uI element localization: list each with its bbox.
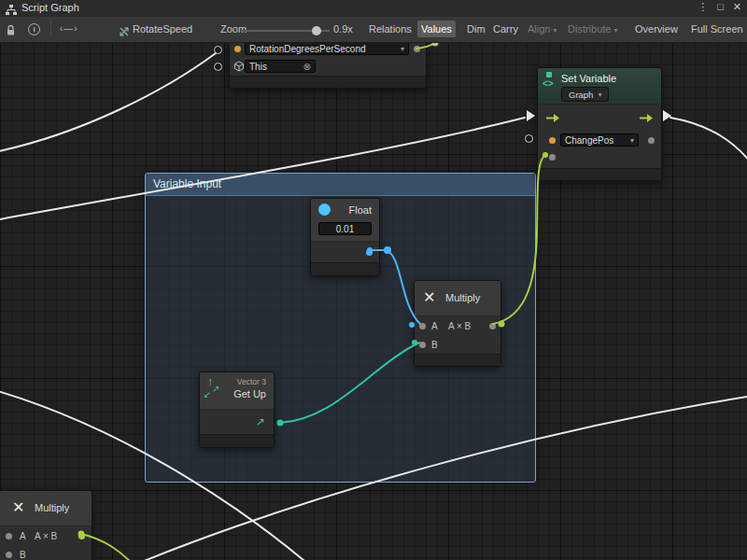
output-port-result[interactable] [78, 533, 85, 539]
port-a-label: A [431, 321, 438, 331]
distribute-button[interactable]: Distribute ▾ [564, 21, 622, 37]
value-input-port[interactable] [549, 154, 556, 161]
float-header: Float [311, 199, 379, 221]
float-value-row: 0.01 [311, 221, 379, 242]
output-port[interactable] [648, 137, 655, 144]
flow-out-arrow-icon[interactable] [639, 113, 654, 125]
node-float-literal[interactable]: Float 0.01 [310, 198, 380, 276]
variable-port[interactable] [549, 137, 556, 144]
variable-select-row: ChangePos ▾ [538, 131, 661, 150]
relations-button[interactable]: Relations [365, 21, 416, 37]
script-graph-window: Variable Input RotationDegreesPerSecond … [0, 0, 747, 560]
port-b-label: B [20, 550, 26, 560]
caret-down-icon: ▾ [554, 26, 557, 35]
variable-name-value: RotationDegreesPerSecond [249, 44, 366, 54]
port-row-b: B [415, 335, 500, 354]
window-title: Script Graph [21, 2, 79, 13]
caret-down-icon: ▾ [598, 91, 601, 99]
zoom-slider-handle[interactable] [312, 26, 321, 35]
output-port-result[interactable] [489, 323, 496, 329]
caret-down-icon: ▾ [614, 26, 618, 35]
node-title: Float [349, 204, 372, 216]
align-button[interactable]: Align ▾ [524, 21, 561, 37]
scope-dropdown[interactable]: Graph ▾ [561, 87, 609, 102]
flow-out-triangle[interactable] [663, 110, 671, 121]
port-a-label: A [20, 531, 26, 541]
node-title: Multiply [445, 292, 480, 303]
unconnected-port[interactable] [214, 46, 222, 54]
values-button[interactable]: Values [417, 21, 456, 37]
port-row-a: A A × B [415, 316, 500, 335]
lock-icon[interactable] [6, 23, 16, 40]
unconnected-port[interactable] [214, 63, 222, 71]
port-b-label: B [431, 340, 438, 350]
zoom-slider[interactable] [241, 26, 330, 35]
float-value-input[interactable]: 0.01 [318, 222, 372, 235]
node-get-variable[interactable]: RotationDegreesPerSecond ▾ This ⊗ [229, 40, 427, 89]
overview-button[interactable]: Overview [631, 21, 682, 37]
info-icon[interactable]: i [28, 23, 40, 35]
group-header[interactable]: Variable Input [146, 174, 535, 196]
port-row-b: B [0, 545, 92, 560]
node-footer [200, 434, 274, 447]
multiply-icon: ✕ [12, 498, 24, 516]
target-self-value: This [249, 62, 267, 72]
float-value: 0.01 [336, 224, 354, 234]
scope-value: Graph [569, 90, 593, 100]
code-toggle-icon[interactable]: ‹―› [60, 23, 78, 34]
target-picker-icon[interactable]: ⊗ [303, 62, 311, 72]
unconnected-port[interactable] [525, 134, 533, 143]
flow-row [538, 105, 661, 131]
caret-down-icon: ▾ [401, 45, 404, 53]
port-row-a: A A × B [0, 526, 92, 545]
node-get-up[interactable]: ↑ ↙ ↗ Vector 3 Get Up ↗ [199, 371, 275, 448]
input-port-b[interactable] [6, 552, 12, 558]
variable-name-dropdown[interactable]: RotationDegreesPerSecond ▾ [245, 42, 409, 55]
graph-name: RotateSpeed [133, 23, 192, 35]
window-menu-icon[interactable]: ⋮ [698, 1, 708, 13]
graph-toolbar: i ‹―› RotateSpeed Zoom 0.9x Relations Va… [0, 17, 747, 43]
node-footer [311, 262, 379, 275]
multiply-icon: ✕ [423, 288, 435, 306]
vector-axis-sw-icon: ↙ [204, 389, 211, 399]
carry-button[interactable]: Carry [489, 21, 522, 37]
variable-name-dropdown[interactable]: ChangePos ▾ [560, 133, 639, 147]
flow-in-triangle[interactable] [527, 110, 535, 121]
value-port[interactable] [234, 46, 241, 52]
flow-in-arrow-icon[interactable] [545, 113, 560, 125]
dim-button[interactable]: Dim [463, 21, 489, 37]
node-footer [538, 168, 661, 180]
input-port-a[interactable] [419, 323, 426, 329]
vector-output-icon[interactable]: ↗ [256, 415, 265, 428]
set-variable-header: <> Set Variable Graph ▾ [538, 68, 661, 105]
node-title: Multiply [35, 502, 69, 513]
get-up-body: ↗ [200, 410, 274, 434]
multiply-header: ✕ Multiply [415, 281, 500, 316]
caret-down-icon: ▾ [630, 136, 634, 145]
graph-type-icon [119, 24, 130, 41]
fullscreen-button[interactable]: Full Screen [687, 21, 747, 37]
target-self-field[interactable]: This ⊗ [245, 60, 316, 73]
input-port-b[interactable] [419, 342, 426, 348]
node-set-variable[interactable]: <> Set Variable Graph ▾ ChangePos ▾ [537, 67, 662, 181]
node-type-label: Vector 3 [233, 377, 266, 386]
node-multiply-bottom[interactable]: ✕ Multiply A A × B B [0, 490, 92, 560]
close-icon[interactable]: ✕ [733, 1, 741, 13]
float-output-port[interactable] [366, 249, 373, 256]
input-port-a[interactable] [6, 533, 12, 539]
target-row: This ⊗ [230, 58, 426, 76]
node-footer [230, 76, 426, 88]
value-input-row [538, 150, 661, 168]
node-multiply[interactable]: ✕ Multiply A A × B B [414, 280, 501, 367]
multiply-header: ✕ Multiply [0, 491, 92, 526]
titlebar: Script Graph ⋮ □ ✕ [0, 0, 747, 18]
node-title: Set Variable [561, 73, 616, 84]
node-title: Get Up [233, 388, 266, 399]
output-port[interactable] [414, 46, 420, 52]
node-footer [415, 354, 500, 366]
float-type-icon [318, 203, 331, 216]
port-result-label: A × B [448, 321, 471, 331]
maximize-icon[interactable]: □ [717, 1, 724, 13]
variable-name-value: ChangePos [565, 135, 613, 146]
toolbar-divider [50, 21, 51, 36]
